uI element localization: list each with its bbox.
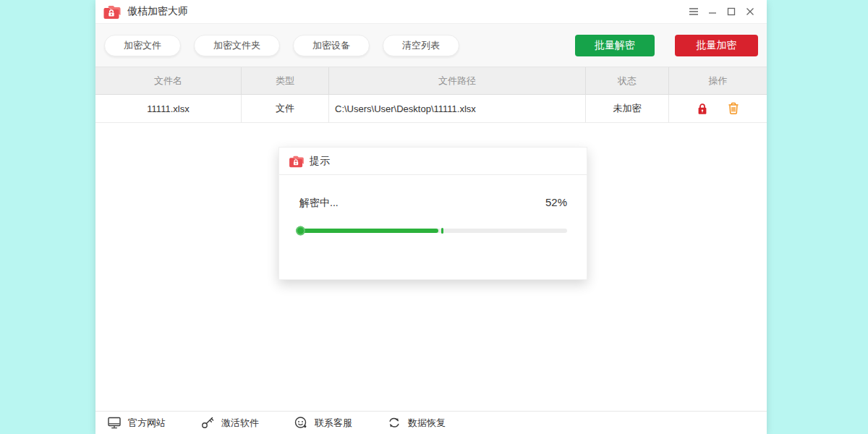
- progress-dialog: 提示 解密中... 52%: [278, 147, 587, 280]
- app-folder-lock-icon: [103, 4, 121, 20]
- table-header: 文件名 类型 文件路径 状态 操作: [95, 67, 767, 95]
- progress-status-label: 解密中...: [299, 197, 339, 210]
- minimize-icon: [708, 7, 717, 16]
- footer-item-official-website[interactable]: 官方网站: [107, 416, 166, 430]
- footer-item-contact-support[interactable]: 联系客服: [294, 416, 352, 430]
- footer-label: 激活软件: [221, 417, 259, 430]
- monitor-icon: [107, 416, 122, 430]
- cell-operations: [669, 95, 767, 122]
- key-icon: [200, 416, 215, 430]
- batch-encrypt-button[interactable]: 批量加密: [675, 35, 758, 56]
- encrypt-folder-button[interactable]: 加密文件夹: [194, 35, 280, 56]
- progress-bar: [299, 229, 567, 233]
- toolbar-right: 批量解密 批量加密: [575, 35, 758, 56]
- header-filename: 文件名: [95, 67, 242, 94]
- trash-icon: [728, 102, 739, 115]
- desktop-background: { "window": { "title": "傲桔加密大师" }, "tool…: [0, 0, 868, 434]
- encrypt-file-button[interactable]: 加密文件: [104, 35, 181, 56]
- lock-icon-button[interactable]: [697, 103, 708, 115]
- cell-status: 未加密: [586, 95, 669, 122]
- toolbar: 加密文件 加密文件夹 加密设备 清空列表 批量解密 批量加密: [95, 24, 767, 67]
- footer-bar: 官方网站 激活软件 联系客服: [95, 411, 767, 434]
- close-icon: [746, 7, 754, 16]
- footer-label: 数据恢复: [408, 417, 446, 430]
- maximize-button[interactable]: [722, 2, 741, 21]
- dialog-title: 提示: [310, 155, 330, 168]
- cell-filename: 11111.xlsx: [95, 95, 242, 122]
- dialog-folder-lock-icon: [289, 155, 304, 168]
- close-button[interactable]: [741, 2, 760, 21]
- progress-percent-label: 52%: [545, 196, 567, 208]
- title-bar: 傲桔加密大师: [95, 0, 767, 24]
- progress-knob: [296, 226, 305, 236]
- trash-icon-button[interactable]: [728, 102, 739, 115]
- footer-item-data-recovery[interactable]: 数据恢复: [387, 416, 446, 430]
- footer-label: 官方网站: [128, 417, 166, 430]
- footer-label: 联系客服: [315, 417, 352, 430]
- dialog-message-row: 解密中... 52%: [299, 196, 567, 210]
- header-path: 文件路径: [329, 67, 586, 94]
- header-type: 类型: [242, 67, 329, 94]
- footer-item-activate-software[interactable]: 激活软件: [200, 416, 259, 430]
- cell-type: 文件: [242, 95, 329, 122]
- menu-button[interactable]: [684, 2, 703, 21]
- headset-icon: [294, 416, 308, 430]
- hamburger-menu-icon: [689, 7, 699, 16]
- progress-fill: [299, 229, 438, 233]
- clear-list-button[interactable]: 清空列表: [383, 35, 459, 56]
- progress-dash: [441, 228, 443, 234]
- lock-icon: [697, 103, 708, 115]
- minimize-button[interactable]: [703, 2, 722, 21]
- dialog-header: 提示: [279, 148, 587, 175]
- refresh-icon: [387, 416, 401, 430]
- window-title: 傲桔加密大师: [127, 5, 188, 18]
- header-operation: 操作: [669, 67, 767, 94]
- cell-path: C:\Users\User\Desktop\11111.xlsx: [329, 95, 586, 122]
- app-window: 傲桔加密大师 加密文件 加密文件夹 加密设备 清空列表 批量解密 批量加密: [95, 0, 767, 434]
- table-row[interactable]: 11111.xlsx 文件 C:\Users\User\Desktop\1111…: [95, 95, 767, 123]
- header-status: 状态: [586, 67, 669, 94]
- maximize-icon: [727, 7, 736, 16]
- encrypt-device-button[interactable]: 加密设备: [293, 35, 370, 56]
- batch-decrypt-button[interactable]: 批量解密: [575, 35, 655, 56]
